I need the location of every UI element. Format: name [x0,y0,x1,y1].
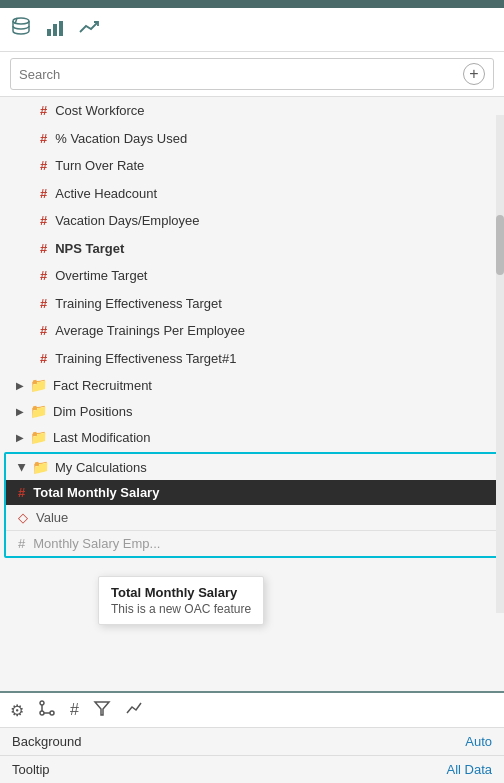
top-accent-bar [0,0,504,8]
section-fact-recruitment[interactable]: ▶ 📁 Fact Recruitment [0,372,504,398]
list-item[interactable]: # Training Effectiveness Target#1 [0,345,504,373]
section-last-modification[interactable]: ▶ 📁 Last Modification [0,424,504,450]
list-item[interactable]: # Average Trainings Per Employee [0,317,504,345]
item-label: NPS Target [55,239,124,259]
monthly-salary-faded[interactable]: # Monthly Salary Emp... [6,530,498,556]
svg-marker-10 [95,702,109,715]
expand-arrow-icon: ▶ [16,380,24,391]
hash-icon: # [40,349,47,369]
monthly-salary-label: Monthly Salary Emp... [33,536,160,551]
trend2-icon[interactable] [125,699,143,721]
folder-icon: 📁 [30,377,47,393]
background-row: Background Auto [0,727,504,755]
item-label: Active Headcount [55,184,157,204]
item-label: Turn Over Rate [55,156,144,176]
value-label: Value [36,510,68,525]
gear-icon[interactable]: ⚙ [10,701,24,720]
selected-item-label: Total Monthly Salary [33,485,159,500]
hash-icon: # [40,101,47,121]
item-label: Training Effectiveness Target#1 [55,349,236,369]
hash-icon: # [18,485,25,500]
svg-rect-2 [47,29,51,36]
svg-point-7 [50,711,54,715]
branch-icon[interactable] [38,699,56,721]
bar-chart-icon[interactable] [44,16,66,43]
hash-bottom-icon[interactable]: # [70,701,79,719]
tooltip-label: Tooltip [12,762,50,777]
database-icon[interactable] [10,16,32,43]
list-item[interactable]: # Vacation Days/Employee [0,207,504,235]
expand-arrow-icon: ▶ [16,432,24,443]
hash-icon: # [40,294,47,314]
item-label: Overtime Target [55,266,147,286]
trend-icon[interactable] [78,16,100,43]
svg-point-5 [40,701,44,705]
scrollbar[interactable] [496,115,504,613]
list-item[interactable]: # Active Headcount [0,180,504,208]
section-label: Dim Positions [53,404,132,419]
list-item[interactable]: # Turn Over Rate [0,152,504,180]
hash-icon: # [40,156,47,176]
expand-arrow-icon: ▶ [16,406,24,417]
folder-icon: 📁 [30,429,47,445]
my-calculations-section: ▶ 📁 My Calculations # Total Monthly Sala… [4,452,500,558]
value-row[interactable]: ◇ Value [6,505,498,530]
list-item[interactable]: # Training Effectiveness Target [0,290,504,318]
my-calculations-label: My Calculations [55,460,147,475]
background-label: Background [12,734,81,749]
section-dim-positions[interactable]: ▶ 📁 Dim Positions [0,398,504,424]
hash-icon: # [40,266,47,286]
item-label: Training Effectiveness Target [55,294,222,314]
item-label: Vacation Days/Employee [55,211,199,231]
expand-arrow-open-icon: ▶ [17,463,28,471]
svg-rect-3 [53,24,57,36]
list-item-nps[interactable]: # NPS Target [0,235,504,263]
list-item[interactable]: # Overtime Target [0,262,504,290]
item-label: Cost Workforce [55,101,144,121]
search-bar: + [0,52,504,97]
filter-icon[interactable] [93,699,111,721]
hash-icon: # [40,211,47,231]
section-label: Fact Recruitment [53,378,152,393]
add-button[interactable]: + [463,63,485,85]
scrollbar-thumb[interactable] [496,215,504,275]
search-input[interactable] [19,67,459,82]
tooltip-row: Tooltip All Data [0,755,504,783]
hash-icon: # [40,321,47,341]
list-item[interactable]: # Cost Workforce [0,97,504,125]
item-label: % Vacation Days Used [55,129,187,149]
list-item[interactable]: # % Vacation Days Used [0,125,504,153]
search-input-wrapper: + [10,58,494,90]
total-monthly-salary-item[interactable]: # Total Monthly Salary [6,480,498,505]
bottom-toolbar: ⚙ # [0,691,504,727]
my-calculations-header[interactable]: ▶ 📁 My Calculations [6,454,498,480]
hash-icon: # [40,184,47,204]
toolbar [0,8,504,52]
hash-icon: # [40,129,47,149]
svg-rect-4 [59,21,63,36]
background-value[interactable]: Auto [465,734,492,749]
tooltip-value[interactable]: All Data [446,762,492,777]
tooltip-title: Total Monthly Salary [111,585,251,600]
folder-icon: 📁 [32,459,49,475]
tooltip-popup: Total Monthly Salary This is a new OAC f… [98,576,264,625]
svg-point-6 [40,711,44,715]
tooltip-description: This is a new OAC feature [111,602,251,616]
hash-icon: # [40,239,47,259]
hash-icon-faded: # [18,536,25,551]
panel: + # Cost Workforce # % Vacation Days Use… [0,0,504,783]
folder-icon: 📁 [30,403,47,419]
item-label: Average Trainings Per Employee [55,321,245,341]
diamond-icon: ◇ [18,510,28,525]
section-label: Last Modification [53,430,151,445]
